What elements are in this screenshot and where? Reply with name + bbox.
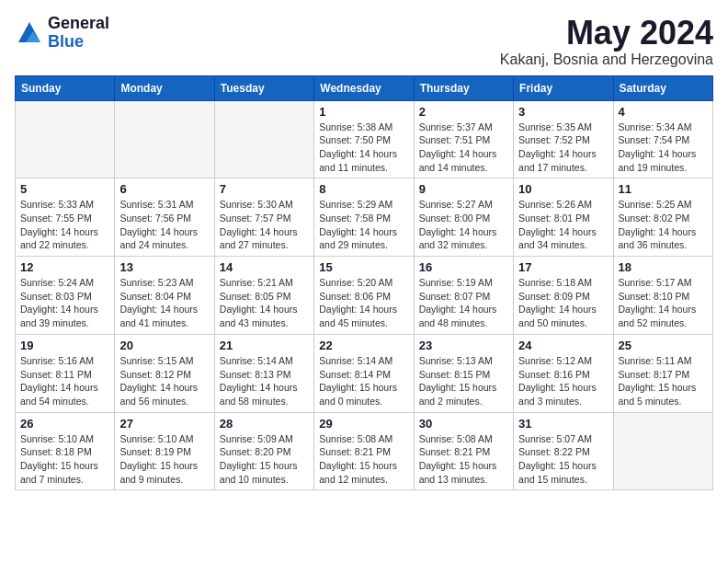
calendar-cell: 4Sunrise: 5:34 AMSunset: 7:54 PMDaylight…	[613, 100, 712, 178]
calendar-week-row: 5Sunrise: 5:33 AMSunset: 7:55 PMDaylight…	[16, 178, 713, 257]
day-info-line: Sunrise: 5:08 AM	[319, 432, 408, 446]
day-number: 15	[319, 260, 408, 274]
day-info-line: Sunset: 8:04 PM	[119, 290, 209, 304]
day-info-line: Daylight: 15 hours and 2 minutes.	[419, 381, 508, 408]
day-info-line: Daylight: 15 hours and 15 minutes.	[518, 459, 608, 486]
day-info-line: Sunset: 8:12 PM	[119, 368, 209, 382]
day-info-line: Sunrise: 5:38 AM	[319, 121, 408, 134]
day-number: 2	[419, 105, 508, 119]
day-info-line: Sunset: 8:06 PM	[319, 290, 408, 304]
day-info-line: Sunrise: 5:24 AM	[20, 276, 109, 290]
day-number: 12	[20, 260, 109, 274]
logo-icon	[15, 18, 44, 48]
day-info-line: Sunset: 7:50 PM	[319, 133, 408, 147]
day-info-line: Daylight: 14 hours and 41 minutes.	[119, 303, 209, 329]
calendar-cell: 24Sunrise: 5:12 AMSunset: 8:16 PMDayligh…	[514, 334, 613, 412]
day-info-line: Daylight: 14 hours and 39 minutes.	[20, 303, 109, 329]
day-number: 19	[20, 339, 109, 352]
day-info-line: Sunset: 8:21 PM	[419, 445, 508, 459]
day-info-line: Sunset: 8:21 PM	[319, 445, 408, 459]
day-number: 27	[119, 417, 209, 431]
day-info-line: Daylight: 14 hours and 50 minutes.	[518, 303, 608, 329]
day-number: 20	[119, 339, 209, 352]
day-info-line: Daylight: 15 hours and 7 minutes.	[20, 459, 109, 486]
day-info-line: Sunset: 7:57 PM	[220, 212, 309, 225]
day-number: 6	[119, 182, 209, 196]
day-info-line: Sunset: 8:16 PM	[518, 368, 608, 382]
day-info-line: Sunrise: 5:31 AM	[119, 198, 209, 212]
day-info-line: Daylight: 15 hours and 13 minutes.	[419, 459, 508, 486]
logo: General Blue	[15, 15, 109, 52]
day-number: 11	[619, 182, 708, 196]
day-info-line: Daylight: 14 hours and 45 minutes.	[319, 303, 408, 329]
day-info-line: Sunset: 8:19 PM	[119, 445, 209, 459]
title-area: May 2024 Kakanj, Bosnia and Herzegovina	[500, 15, 713, 68]
day-info-line: Sunset: 8:15 PM	[419, 368, 508, 382]
day-info-line: Daylight: 14 hours and 32 minutes.	[419, 225, 508, 252]
day-number: 30	[419, 417, 508, 431]
calendar-cell: 18Sunrise: 5:17 AMSunset: 8:10 PMDayligh…	[613, 257, 712, 335]
day-info-line: Sunrise: 5:09 AM	[220, 432, 309, 446]
calendar-cell: 20Sunrise: 5:15 AMSunset: 8:12 PMDayligh…	[115, 334, 214, 412]
day-number: 26	[20, 417, 109, 431]
day-info-line: Daylight: 15 hours and 3 minutes.	[518, 381, 608, 408]
day-number: 1	[319, 105, 408, 119]
day-info-line: Sunrise: 5:20 AM	[319, 276, 408, 290]
day-info-line: Sunrise: 5:33 AM	[20, 198, 109, 212]
day-info-line: Sunrise: 5:35 AM	[518, 121, 608, 134]
day-info-line: Daylight: 14 hours and 54 minutes.	[20, 381, 109, 408]
day-info-line: Sunrise: 5:11 AM	[619, 354, 708, 368]
day-info-line: Sunset: 8:13 PM	[220, 368, 309, 382]
calendar-cell: 14Sunrise: 5:21 AMSunset: 8:05 PMDayligh…	[214, 257, 313, 335]
day-number: 13	[119, 260, 209, 274]
day-info-line: Sunrise: 5:12 AM	[518, 354, 608, 368]
day-info-line: Sunrise: 5:17 AM	[619, 276, 708, 290]
day-info-line: Sunset: 8:02 PM	[619, 212, 708, 225]
day-info-line: Daylight: 14 hours and 43 minutes.	[220, 303, 309, 329]
page-header: General Blue May 2024 Kakanj, Bosnia and…	[15, 15, 713, 68]
day-info-line: Sunrise: 5:27 AM	[419, 198, 508, 212]
day-number: 7	[220, 182, 309, 196]
day-info-line: Sunrise: 5:13 AM	[419, 354, 508, 368]
day-number: 17	[518, 260, 608, 274]
calendar-cell: 25Sunrise: 5:11 AMSunset: 8:17 PMDayligh…	[613, 334, 712, 412]
day-info-line: Sunrise: 5:21 AM	[220, 276, 309, 290]
day-info-line: Sunrise: 5:30 AM	[220, 198, 309, 212]
day-info-line: Daylight: 15 hours and 5 minutes.	[619, 381, 708, 408]
day-info-line: Daylight: 14 hours and 34 minutes.	[518, 225, 608, 252]
day-info-line: Sunset: 8:09 PM	[518, 290, 608, 304]
day-info-line: Sunrise: 5:10 AM	[119, 432, 209, 446]
logo-general: General	[48, 15, 109, 33]
day-info-line: Sunset: 8:17 PM	[619, 368, 708, 382]
day-info-line: Daylight: 15 hours and 10 minutes.	[220, 459, 309, 486]
day-info-line: Daylight: 14 hours and 17 minutes.	[518, 147, 608, 174]
day-info-line: Sunset: 8:05 PM	[220, 290, 309, 304]
day-number: 24	[518, 339, 608, 352]
day-info-line: Daylight: 14 hours and 48 minutes.	[419, 303, 508, 329]
day-info-line: Sunset: 8:01 PM	[518, 212, 608, 225]
day-info-line: Daylight: 14 hours and 19 minutes.	[619, 147, 708, 174]
weekday-header: Friday	[514, 75, 613, 100]
day-info-line: Sunrise: 5:29 AM	[319, 198, 408, 212]
day-info-line: Sunrise: 5:37 AM	[419, 121, 508, 134]
day-info-line: Sunrise: 5:14 AM	[319, 354, 408, 368]
day-number: 14	[220, 260, 309, 274]
calendar-cell: 12Sunrise: 5:24 AMSunset: 8:03 PMDayligh…	[16, 257, 115, 335]
weekday-header: Thursday	[414, 75, 513, 100]
day-info-line: Sunset: 8:03 PM	[20, 290, 109, 304]
day-number: 18	[619, 260, 708, 274]
day-info-line: Sunrise: 5:14 AM	[220, 354, 309, 368]
day-info-line: Daylight: 15 hours and 12 minutes.	[319, 459, 408, 486]
day-info-line: Sunrise: 5:23 AM	[119, 276, 209, 290]
calendar-cell: 1Sunrise: 5:38 AMSunset: 7:50 PMDaylight…	[314, 100, 414, 178]
weekday-header: Sunday	[16, 75, 115, 100]
day-info-line: Daylight: 14 hours and 22 minutes.	[20, 225, 109, 252]
location: Kakanj, Bosnia and Herzegovina	[500, 52, 713, 68]
day-number: 3	[518, 105, 608, 119]
logo-text: General Blue	[48, 15, 109, 52]
day-info-line: Sunrise: 5:10 AM	[20, 432, 109, 446]
day-number: 23	[419, 339, 508, 352]
day-info-line: Sunset: 7:52 PM	[518, 133, 608, 147]
calendar-cell: 11Sunrise: 5:25 AMSunset: 8:02 PMDayligh…	[613, 178, 712, 257]
calendar-cell: 16Sunrise: 5:19 AMSunset: 8:07 PMDayligh…	[414, 257, 513, 335]
